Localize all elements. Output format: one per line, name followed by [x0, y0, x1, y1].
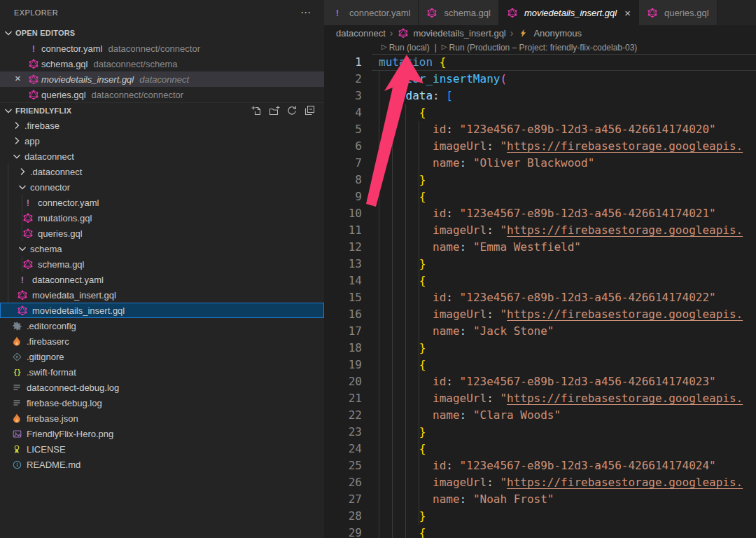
code-line-26: 26 imageUrl: "https://firebasestorage.go… [324, 474, 756, 491]
braces-icon: { } [11, 366, 22, 378]
close-icon[interactable]: × [624, 8, 631, 18]
tree-item-connector[interactable]: connector [0, 179, 324, 195]
breadcrumb-item-anonymous[interactable]: Anonymous [517, 27, 582, 39]
line-number: 19 [324, 357, 362, 373]
open-editor-item-schema-gql[interactable]: schema.gqldataconnect/schema [0, 56, 324, 71]
run-production-link[interactable]: ▷ Run (Production – Project: friendly-fl… [442, 43, 638, 53]
tree-item-dataconnect-yaml[interactable]: !dataconnect.yaml [0, 272, 324, 287]
file-name: schema.gql [38, 259, 84, 270]
line-number: 20 [324, 373, 362, 390]
line-number: 11 [324, 222, 362, 239]
tree-item-firebase-json[interactable]: firebase.json [0, 411, 324, 426]
tree-item-friendlyflix-hero-png[interactable]: FriendlyFlix-Hero.png [0, 426, 324, 441]
open-editors-label: OPEN EDITORS [15, 29, 75, 37]
tab-moviedetails-insert-gql[interactable]: moviedetails_insert.gql× [499, 0, 639, 25]
tree-item-swift-format[interactable]: { }.swift-format [0, 364, 324, 380]
open-editor-item-moviedetails-insert-gql[interactable]: × moviedetails_insert.gqldataconnect [0, 71, 324, 87]
file-name: moviedetails_insert.gql [41, 74, 134, 85]
refresh-icon[interactable] [286, 105, 298, 116]
open-editors-header[interactable]: OPEN EDITORS [0, 25, 324, 41]
code-line-7: 7 name: "Oliver Blackwood" [324, 155, 756, 172]
tab-queries-gql[interactable]: queries.gql [639, 0, 718, 25]
file-name: dataconnect.yaml [32, 275, 104, 285]
code-line-24: 24 { [324, 441, 756, 457]
gql-icon [17, 289, 28, 301]
gql-icon [22, 258, 34, 270]
gear-icon [11, 320, 22, 331]
codelens-separator: | [435, 43, 437, 53]
more-actions-icon[interactable]: ⋯ [300, 6, 312, 19]
new-file-icon[interactable] [251, 105, 262, 116]
tree-item-app[interactable]: app [0, 133, 324, 149]
code-line-16: 16 imageUrl: "https://firebasestorage.go… [324, 306, 756, 323]
gql-icon [647, 7, 658, 18]
tree-item-license[interactable]: LICENSE [0, 441, 324, 457]
collapse-all-icon[interactable] [304, 105, 315, 116]
line-number: 7 [324, 155, 362, 172]
file-name: moviedetails_insert.gql [32, 305, 125, 316]
flame-icon [11, 413, 22, 424]
tree-item-dataconnect[interactable]: dataconnect [0, 149, 324, 164]
explorer-header: EXPLORER ⋯ [0, 0, 324, 25]
breadcrumb-item-moviedetails-insert-gql[interactable]: moviedetails_insert.gql [398, 27, 506, 39]
tab-schema-gql[interactable]: schema.gql [419, 0, 498, 25]
file-name: mutations.gql [38, 213, 92, 223]
tree-item-connector-yaml[interactable]: !connector.yaml [0, 195, 324, 210]
tree-item-gitignore[interactable]: .gitignore [0, 349, 324, 364]
file-name: .firebaserc [27, 336, 69, 347]
tree-item-readme-md[interactable]: README.md [0, 457, 324, 472]
code-line-5: 5 id: "123e4567-e89b-12d3-a456-426614174… [324, 121, 756, 138]
gql-icon [17, 305, 28, 316]
yaml-icon: ! [17, 274, 28, 285]
tree-item-mutations-gql[interactable]: mutations.gql [0, 210, 324, 226]
tab-label: queries.gql [664, 8, 709, 18]
code-line-29: 29 { [324, 525, 756, 538]
file-name: .firebase [24, 120, 59, 131]
code-line-21: 21 imageUrl: "https://firebasestorage.go… [324, 390, 756, 407]
file-name: README.md [27, 460, 80, 470]
chevron-down-icon [3, 105, 14, 116]
tree-item-schema-gql[interactable]: schema.gql [0, 256, 324, 272]
tree-item-moviedata-insert-gql[interactable]: moviedata_insert.gql [0, 287, 324, 303]
code-line-22: 22 name: "Clara Woods" [324, 407, 756, 424]
file-name: .dataconnect [30, 167, 82, 177]
project-section-header[interactable]: FRIENDLYFLIX [0, 102, 324, 118]
code-line-17: 17 name: "Jack Stone" [324, 323, 756, 340]
tree-item-firebase-debug-log[interactable]: firebase-debug.log [0, 395, 324, 411]
tree-item-queries-gql[interactable]: queries.gql [0, 226, 324, 241]
gql-icon [28, 58, 39, 69]
line-number: 6 [324, 138, 362, 155]
code-line-18: 18 } [324, 340, 756, 357]
file-name: LICENSE [27, 444, 66, 455]
file-path: dataconnect/connector [92, 90, 184, 100]
chevron-down-icon [11, 151, 22, 162]
tab-label: schema.gql [444, 8, 490, 18]
tree-item-editorconfig[interactable]: .editorconfig [0, 318, 324, 333]
file-name: connector.yaml [38, 198, 99, 208]
run-local-link[interactable]: ▷ Run (local) [382, 43, 430, 53]
codelens-bar: ▷ Run (local) | ▷ Run (Production – Proj… [324, 41, 756, 54]
line-number: 27 [324, 491, 362, 508]
tree-item-dataconnect[interactable]: .dataconnect [0, 164, 324, 179]
gql-icon [22, 228, 34, 239]
tree-item-firebaserc[interactable]: .firebaserc [0, 333, 324, 349]
code-line-1: 1mutation { [324, 54, 756, 71]
line-number: 21 [324, 390, 362, 407]
code-editor[interactable]: 1mutation {2 actor_insertMany(3 data: [4… [324, 54, 756, 538]
gql-icon [507, 7, 518, 18]
close-icon[interactable]: × [15, 72, 21, 84]
file-name: .editorconfig [27, 321, 76, 331]
tree-item-dataconnect-debug-log[interactable]: dataconnect-debug.log [0, 380, 324, 395]
tree-item-schema[interactable]: schema [0, 241, 324, 256]
tree-item-firebase[interactable]: .firebase [0, 118, 324, 133]
open-editor-item-queries-gql[interactable]: queries.gqldataconnect/connector [0, 87, 324, 102]
breadcrumb-item-dataconnect[interactable]: dataconnect [336, 28, 386, 39]
open-editor-item-connector-yaml[interactable]: !connector.yamldataconnect/connector [0, 41, 324, 56]
play-icon: ▷ [442, 43, 447, 50]
chevron-down-icon [17, 181, 28, 193]
breadcrumb: dataconnect› moviedetails_insert.gql› An… [324, 25, 756, 41]
tree-item-moviedetails-insert-gql[interactable]: moviedetails_insert.gql [0, 303, 324, 318]
new-folder-icon[interactable] [269, 105, 280, 116]
tab-connector-yaml[interactable]: !connector.yaml [324, 0, 419, 25]
project-name-label: FRIENDLYFLIX [15, 106, 71, 115]
